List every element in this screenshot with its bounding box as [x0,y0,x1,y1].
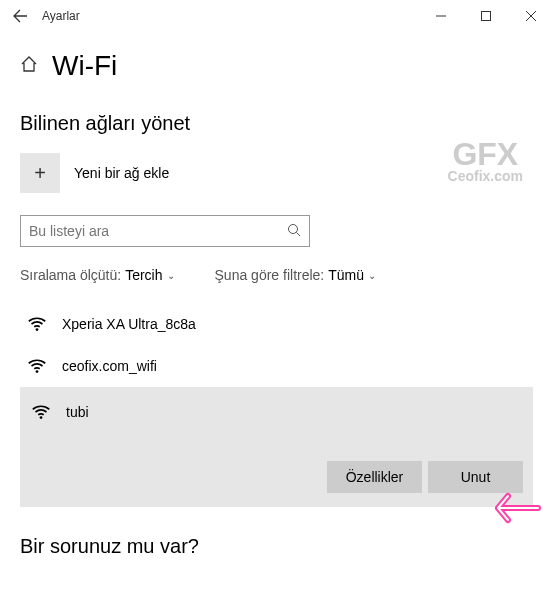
maximize-button[interactable] [463,0,508,32]
minimize-button[interactable] [418,0,463,32]
network-item[interactable]: ceofix.com_wifi [20,345,533,387]
close-button[interactable] [508,0,553,32]
network-name: ceofix.com_wifi [62,358,527,374]
minimize-icon [436,11,446,21]
filter-dropdown[interactable]: Şuna göre filtrele: Tümü ⌄ [215,267,377,283]
svg-point-3 [36,370,39,373]
manage-networks-heading: Bilinen ağları yönet [20,112,533,135]
add-network-label: Yeni bir ağ ekle [74,165,169,181]
svg-point-1 [289,224,298,233]
window-controls [418,0,553,32]
forget-button[interactable]: Unut [428,461,523,493]
svg-rect-0 [481,12,490,21]
filter-value: Tümü [328,267,364,283]
svg-point-2 [36,328,39,331]
search-box[interactable] [20,215,310,247]
home-icon[interactable] [20,55,38,77]
search-input[interactable] [29,223,287,239]
back-arrow-icon [12,8,28,24]
wifi-icon [26,355,48,377]
page-header: Wi-Fi [20,50,533,82]
properties-button[interactable]: Özellikler [327,461,422,493]
search-icon [287,223,301,240]
svg-point-4 [40,416,43,419]
sort-label: Sıralama ölçütü: [20,267,121,283]
plus-icon: + [20,153,60,193]
titlebar: Ayarlar [0,0,553,32]
sort-dropdown[interactable]: Sıralama ölçütü: Tercih ⌄ [20,267,175,283]
window-title: Ayarlar [42,9,80,23]
add-network-row[interactable]: + Yeni bir ağ ekle [20,153,533,193]
filter-row: Sıralama ölçütü: Tercih ⌄ Şuna göre filt… [20,267,533,283]
network-name: tubi [66,404,523,420]
chevron-down-icon: ⌄ [368,270,376,281]
help-heading: Bir sorunuz mu var? [20,535,533,558]
network-item-selected[interactable]: tubi Özellikler Unut [20,387,533,507]
maximize-icon [481,11,491,21]
network-item[interactable]: Xperia XA Ultra_8c8a [20,303,533,345]
sort-value: Tercih [125,267,162,283]
network-action-buttons: Özellikler Unut [30,461,523,493]
back-button[interactable] [6,2,34,30]
filter-label: Şuna göre filtrele: [215,267,325,283]
wifi-icon [26,313,48,335]
wifi-icon [30,401,52,423]
content-area: Wi-Fi Bilinen ağları yönet + Yeni bir ağ… [0,32,553,558]
page-title: Wi-Fi [52,50,117,82]
network-name: Xperia XA Ultra_8c8a [62,316,527,332]
close-icon [526,11,536,21]
chevron-down-icon: ⌄ [167,270,175,281]
